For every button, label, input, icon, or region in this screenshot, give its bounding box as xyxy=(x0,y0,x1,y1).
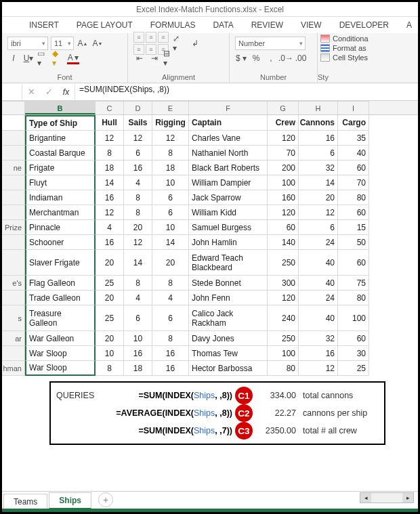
increase-font-icon[interactable]: A▲ xyxy=(77,37,89,49)
cell[interactable]: 120 xyxy=(268,291,299,305)
row-header[interactable] xyxy=(2,250,25,276)
cell[interactable]: 14 xyxy=(299,175,338,190)
enter-icon[interactable]: ✓ xyxy=(40,85,58,100)
font-color-icon[interactable]: A ▾ xyxy=(67,52,79,64)
tab-data[interactable]: DATA xyxy=(213,20,233,30)
cell[interactable]: 200 xyxy=(268,160,299,175)
col-E[interactable]: E xyxy=(152,101,189,114)
cell[interactable]: Crew xyxy=(268,115,299,131)
cell[interactable]: Calico Jack Rackham xyxy=(189,305,268,331)
cell[interactable]: 80 xyxy=(338,190,369,205)
cell[interactable]: 15 xyxy=(338,220,369,235)
cell[interactable]: Slaver Frigate xyxy=(25,250,96,276)
cell[interactable]: 4 xyxy=(124,291,152,305)
row-header[interactable] xyxy=(2,115,25,131)
cell[interactable]: Black Bart Roberts xyxy=(189,160,268,175)
cell[interactable]: 6 xyxy=(299,220,338,235)
cell[interactable]: 18 xyxy=(152,160,189,175)
cell[interactable]: Captain xyxy=(189,115,268,131)
row-header[interactable] xyxy=(2,131,25,146)
cancel-icon[interactable]: ✕ xyxy=(22,85,40,100)
cell[interactable]: Cargo xyxy=(338,115,369,131)
cell[interactable]: 80 xyxy=(268,361,299,376)
cell[interactable]: 32 xyxy=(299,160,338,175)
tab-truncated[interactable]: A xyxy=(406,20,412,30)
cell[interactable]: Flag Galleon xyxy=(25,276,96,291)
cell[interactable]: Coastal Barque xyxy=(25,146,96,160)
cell[interactable]: 16 xyxy=(124,160,152,175)
cell[interactable]: 240 xyxy=(268,305,299,331)
cell[interactable]: 250 xyxy=(268,250,299,276)
row-header[interactable] xyxy=(2,175,25,190)
cell[interactable]: 16 xyxy=(299,346,338,361)
cell[interactable]: 10 xyxy=(124,331,152,346)
cell[interactable]: Treasure Galleon xyxy=(25,305,96,331)
col-G[interactable]: G xyxy=(268,101,299,114)
orientation-icon[interactable]: ⤢ ▾ xyxy=(173,37,185,49)
row-header[interactable]: e's xyxy=(2,276,25,291)
row-header[interactable]: s xyxy=(2,305,25,331)
tab-view[interactable]: VIEW xyxy=(301,20,322,30)
sheet-tab-teams[interactable]: Teams xyxy=(3,494,47,509)
col-C[interactable]: C xyxy=(96,101,124,114)
cell[interactable]: 40 xyxy=(299,250,338,276)
decrease-font-icon[interactable]: A▼ xyxy=(91,37,104,49)
cell[interactable]: Samuel Burgess xyxy=(189,220,268,235)
cell[interactable]: 30 xyxy=(338,346,369,361)
cell[interactable]: 60 xyxy=(338,331,369,346)
cell[interactable]: 40 xyxy=(299,276,338,291)
cell[interactable]: 18 xyxy=(124,361,152,376)
cell[interactable]: 20 xyxy=(96,291,124,305)
cell[interactable]: War Sloop xyxy=(25,361,96,376)
cell[interactable]: 20 xyxy=(96,331,124,346)
cell[interactable]: Brigantine xyxy=(25,131,96,146)
cell[interactable]: 8 xyxy=(124,190,152,205)
cell[interactable]: John Hamlin xyxy=(189,235,268,250)
cell[interactable]: 160 xyxy=(268,190,299,205)
cell[interactable]: 6 xyxy=(124,305,152,331)
sheet-tab-ships[interactable]: Ships xyxy=(49,492,91,509)
col-F[interactable]: F xyxy=(189,101,268,114)
row-header[interactable] xyxy=(2,291,25,305)
cell[interactable]: 6 xyxy=(152,305,189,331)
cell[interactable]: Rigging xyxy=(152,115,189,131)
cell[interactable]: 80 xyxy=(338,291,369,305)
cell[interactable]: 10 xyxy=(152,175,189,190)
currency-icon[interactable]: $ ▾ xyxy=(235,52,247,64)
cell[interactable]: Trade Galleon xyxy=(25,291,96,305)
cell[interactable]: 140 xyxy=(268,235,299,250)
row-header[interactable] xyxy=(2,346,25,361)
fx-icon[interactable]: fx xyxy=(58,85,75,100)
cell[interactable]: 24 xyxy=(299,235,338,250)
cell[interactable]: 6 xyxy=(152,190,189,205)
cell[interactable]: 12 xyxy=(299,205,338,220)
cell[interactable]: 25 xyxy=(96,276,124,291)
cell[interactable]: 75 xyxy=(338,276,369,291)
cell[interactable]: 8 xyxy=(124,205,152,220)
col-H[interactable]: H xyxy=(299,101,338,114)
formula-input[interactable]: =SUM(INDEX(Ships, ,8)) xyxy=(75,85,418,100)
cell[interactable]: 8 xyxy=(152,276,189,291)
cell[interactable]: Hector Barbossa xyxy=(189,361,268,376)
cell[interactable]: John Fenn xyxy=(189,291,268,305)
cell[interactable]: 60 xyxy=(338,205,369,220)
tab-page-layout[interactable]: PAGE LAYOUT xyxy=(77,20,133,30)
decrease-decimal-icon[interactable]: .00 xyxy=(295,52,307,64)
cell[interactable]: 6 xyxy=(124,146,152,160)
cell[interactable]: 50 xyxy=(338,235,369,250)
cell[interactable]: 20 xyxy=(124,220,152,235)
cell[interactable]: 120 xyxy=(268,131,299,146)
tab-review[interactable]: REVIEW xyxy=(251,20,283,30)
cell[interactable]: Indiaman xyxy=(25,190,96,205)
cell[interactable]: 250 xyxy=(268,331,299,346)
cell[interactable]: 20 xyxy=(299,190,338,205)
fill-color-icon[interactable]: ◆ ▾ xyxy=(52,52,64,64)
cell[interactable]: 100 xyxy=(338,305,369,331)
cell[interactable]: 12 xyxy=(299,361,338,376)
row-header[interactable]: ar xyxy=(2,331,25,346)
row-header[interactable] xyxy=(2,190,25,205)
border-icon[interactable]: ▭ ▾ xyxy=(37,52,49,64)
cell[interactable]: 25 xyxy=(338,361,369,376)
cell[interactable]: 300 xyxy=(268,276,299,291)
tab-insert[interactable]: INSERT xyxy=(29,20,59,30)
